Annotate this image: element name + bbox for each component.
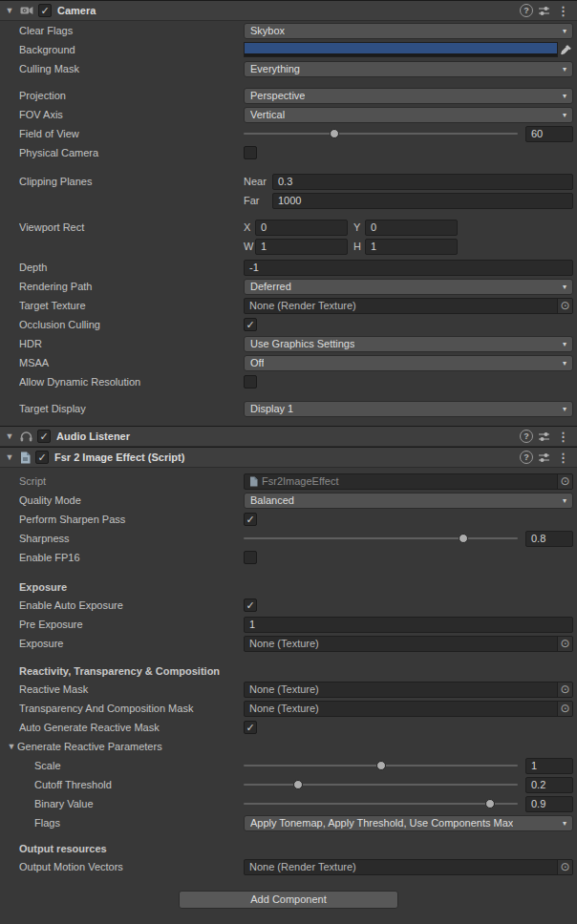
add-component-button[interactable]: Add Component (179, 891, 398, 909)
fsr2-enabled-checkbox[interactable]: ✓ (35, 451, 49, 464)
viewport-y-input[interactable]: 0 (365, 220, 458, 236)
rendering-path-dropdown[interactable]: Deferred ▾ (244, 279, 573, 295)
sharpness-label: Sharpness (19, 533, 244, 544)
field-of-view-slider[interactable] (244, 126, 518, 141)
near-input[interactable]: 0.3 (272, 174, 573, 190)
slider-handle[interactable] (330, 129, 339, 138)
footer: Add Component (0, 890, 577, 909)
row-physical-camera: Physical Camera (0, 143, 577, 162)
script-icon (20, 452, 31, 464)
slider-handle[interactable] (376, 761, 386, 770)
background-color-field[interactable] (244, 42, 558, 57)
projection-dropdown[interactable]: Perspective ▾ (244, 88, 573, 104)
far-input[interactable]: 1000 (272, 193, 573, 209)
allow-dynamic-resolution-checkbox[interactable] (244, 375, 257, 388)
viewport-x-input[interactable]: 0 (255, 220, 348, 236)
flags-dropdown[interactable]: Apply Tonemap, Apply Threshold, Use Comp… (244, 815, 573, 831)
target-texture-label: Target Texture (19, 300, 244, 311)
auto-generate-reactive-mask-label: Auto Generate Reactive Mask (19, 722, 244, 733)
slider-handle[interactable] (293, 780, 303, 789)
row-depth: Depth -1 (0, 258, 577, 277)
sharpness-input[interactable]: 0.8 (525, 531, 573, 547)
row-flags: Flags Apply Tonemap, Apply Threshold, Us… (0, 813, 577, 832)
help-icon[interactable]: ? (520, 430, 533, 443)
object-picker-icon[interactable]: ⊙ (557, 860, 572, 874)
sharpness-slider[interactable] (244, 531, 518, 546)
msaa-dropdown[interactable]: Off ▾ (244, 355, 573, 371)
cutoff-threshold-label: Cutoff Threshold (34, 779, 244, 790)
kebab-menu-icon[interactable]: ⋮ (555, 430, 571, 444)
exposure-label: Exposure (19, 638, 244, 649)
scale-input[interactable]: 1 (525, 758, 573, 774)
viewport-w-input[interactable]: 1 (255, 239, 348, 255)
presets-icon[interactable] (538, 5, 550, 17)
quality-mode-dropdown[interactable]: Balanced ▾ (244, 493, 573, 509)
auto-generate-reactive-mask-checkbox[interactable]: ✓ (244, 721, 257, 734)
kebab-menu-icon[interactable]: ⋮ (555, 451, 571, 465)
row-fov-axis: FOV Axis Vertical ▾ (0, 105, 577, 124)
kebab-menu-icon[interactable]: ⋮ (555, 4, 571, 18)
headphones-icon (20, 430, 32, 442)
object-picker-icon[interactable]: ⊙ (557, 474, 572, 489)
presets-icon[interactable] (538, 452, 550, 464)
scale-slider[interactable] (244, 758, 518, 773)
msaa-label: MSAA (19, 357, 244, 368)
perform-sharpen-pass-checkbox[interactable]: ✓ (244, 513, 257, 526)
enable-fp16-checkbox[interactable] (244, 551, 257, 564)
check-icon: ✓ (246, 723, 254, 733)
transparency-mask-value: None (Texture) (249, 703, 319, 714)
output-resources-section-header: Output resources (0, 840, 577, 857)
foldout-icon[interactable]: ▼ (4, 452, 15, 462)
pre-exposure-input[interactable]: 1 (244, 617, 573, 633)
cutoff-threshold-input[interactable]: 0.2 (525, 777, 573, 793)
presets-icon[interactable] (538, 430, 550, 443)
cutoff-threshold-slider[interactable] (244, 777, 518, 792)
row-target-display: Target Display Display 1 ▾ (0, 399, 577, 418)
slider-handle[interactable] (459, 534, 468, 543)
fsr2-component-header: ▼ ✓ Fsr 2 Image Effect (Script) ? ⋮ (0, 447, 577, 468)
binary-value-slider[interactable] (244, 796, 518, 811)
eyedropper-icon[interactable] (558, 44, 573, 56)
inspector-panel: ▼ ✓ Camera ? ⋮ Clear Flags Skybox ▾ Back… (0, 0, 577, 924)
object-picker-icon[interactable]: ⊙ (557, 637, 572, 651)
help-icon[interactable]: ? (520, 4, 533, 17)
far-value: 1000 (278, 195, 301, 206)
reactive-mask-value: None (Texture) (249, 683, 319, 695)
culling-mask-dropdown[interactable]: Everything ▾ (244, 61, 573, 77)
foldout-icon[interactable]: ▼ (4, 431, 15, 441)
field-of-view-input[interactable]: 60 (525, 126, 573, 142)
object-picker-icon[interactable]: ⊙ (557, 682, 572, 697)
slider-handle[interactable] (485, 799, 495, 808)
row-field-of-view: Field of View 60 (0, 124, 577, 143)
row-scale: Scale 1 (0, 756, 577, 775)
foldout-icon[interactable]: ▼ (6, 742, 17, 751)
flags-value: Apply Tonemap, Apply Threshold, Use Comp… (250, 817, 513, 829)
audio-listener-enabled-checkbox[interactable]: ✓ (37, 430, 51, 443)
help-icon[interactable]: ? (520, 451, 533, 464)
viewport-h-input[interactable]: 1 (365, 239, 458, 255)
fov-axis-dropdown[interactable]: Vertical ▾ (244, 107, 573, 123)
reactive-mask-object-field[interactable]: None (Texture) ⊙ (244, 682, 573, 698)
target-texture-object-field[interactable]: None (Render Texture) ⊙ (244, 298, 573, 314)
row-background: Background (0, 40, 577, 59)
exposure-object-field[interactable]: None (Texture) ⊙ (244, 636, 573, 652)
hdr-dropdown[interactable]: Use Graphics Settings ▾ (244, 336, 573, 352)
clear-flags-dropdown[interactable]: Skybox ▾ (244, 23, 573, 39)
occlusion-culling-checkbox[interactable]: ✓ (244, 318, 257, 331)
quality-mode-label: Quality Mode (19, 494, 244, 506)
transparency-mask-object-field[interactable]: None (Texture) ⊙ (244, 701, 573, 717)
background-alpha-bar (245, 53, 557, 56)
background-label: Background (19, 44, 244, 55)
physical-camera-checkbox[interactable] (244, 146, 257, 159)
depth-input[interactable]: -1 (244, 260, 573, 276)
camera-enabled-checkbox[interactable]: ✓ (38, 4, 52, 17)
object-picker-icon[interactable]: ⊙ (557, 702, 572, 716)
output-motion-vectors-object-field[interactable]: None (Render Texture) ⊙ (244, 859, 573, 875)
target-display-dropdown[interactable]: Display 1 ▾ (244, 401, 573, 417)
object-picker-icon[interactable]: ⊙ (557, 299, 572, 313)
foldout-icon[interactable]: ▼ (4, 6, 15, 15)
row-exposure: Exposure None (Texture) ⊙ (0, 634, 577, 653)
enable-auto-exposure-checkbox[interactable]: ✓ (244, 598, 257, 612)
binary-value-input[interactable]: 0.9 (525, 796, 573, 812)
physical-camera-label: Physical Camera (19, 147, 244, 158)
